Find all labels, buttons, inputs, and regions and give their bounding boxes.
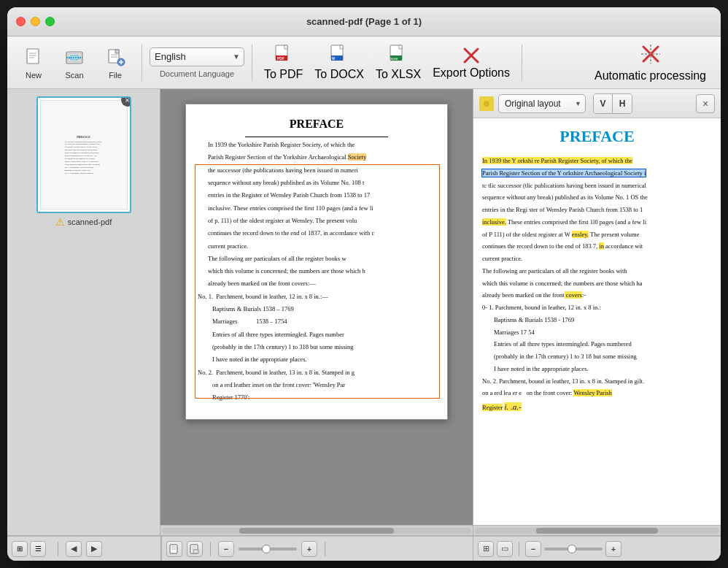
doc-h-scrollbar[interactable] — [160, 525, 473, 535]
zoom-out-button[interactable]: − — [218, 541, 234, 557]
warning-icon: ⚠ — [55, 216, 65, 228]
document-area: PREFACE In 1939 the Yorkshire Parish Reg… — [160, 89, 473, 535]
v-button[interactable]: V — [594, 94, 613, 113]
export-options-button[interactable]: Export Options — [428, 42, 514, 84]
svg-rect-37 — [193, 550, 198, 553]
ocr-line-16: Entries of all three types intermingled.… — [482, 339, 712, 349]
right-view-toggle-2[interactable]: ▭ — [497, 541, 513, 557]
doc-title: PREFACE — [198, 118, 435, 131]
window-title: scanned-pdf (Page 1 of 1) — [306, 16, 422, 27]
divider — [325, 542, 325, 556]
right-panel-close-button[interactable]: × — [696, 94, 715, 113]
right-panel-heading: PREFACE — [482, 127, 712, 146]
auto-processing-label: Automatic processing — [595, 69, 706, 82]
doc-para-9: current practice. — [198, 242, 435, 250]
grid-view-button[interactable]: ⊞ — [12, 541, 28, 557]
ocr-line-11: which this volume is concerned; the numb… — [482, 279, 712, 288]
view-toggle-group: ⊞ ☰ — [12, 541, 46, 557]
right-panel-bottom-bar: ⊞ ▭ − + — [473, 536, 721, 561]
language-select[interactable]: English French German Spanish — [150, 47, 244, 66]
export-options-label: Export Options — [433, 66, 510, 80]
close-icon: × — [702, 98, 708, 110]
right-scrollbar-thumb[interactable] — [536, 528, 659, 534]
app-window: scanned-pdf (Page 1 of 1) New — [7, 7, 721, 561]
new-icon — [22, 46, 45, 69]
svg-point-30 — [484, 101, 489, 107]
maximize-window-button[interactable] — [45, 17, 55, 26]
thumbnail-label: scanned-pdf — [68, 218, 112, 226]
ocr-text-area: In 1939 the Y orkshi re Parish Register … — [482, 156, 712, 413]
layout-select[interactable]: Original layout Plain text Formatted tex… — [498, 94, 586, 113]
ocr-line-12: already been marked on the front covers:… — [482, 291, 712, 300]
ocr-line-15: Marriages 17 54 — [482, 328, 712, 337]
thumbnail-image: PREFACE In 1939 the Yorkshire Parish Reg… — [40, 100, 128, 210]
ocr-highlight-3: inclusive. — [482, 218, 506, 226]
right-panel-content[interactable]: PREFACE In 1939 the Y orkshi re Parish R… — [473, 118, 721, 525]
scan-button[interactable]: Scan — [55, 42, 93, 84]
doc-scrollbar-thumb[interactable] — [239, 528, 394, 534]
ocr-line-17: (probably in the 17th century) 1 to 3 18… — [482, 352, 712, 361]
file-icon — [104, 46, 127, 69]
zoom-slider[interactable] — [239, 548, 297, 550]
doc-para-15: Marriages 1538 – 1754 — [198, 317, 435, 326]
ocr-highlight-2: Parish Register Section of the Y orkshir… — [482, 169, 646, 177]
auto-processing-icon — [640, 43, 662, 68]
ocr-line-19: No. 2. Parchment, bound in leather, 13 i… — [482, 377, 712, 386]
right-scrollbar-track — [475, 528, 719, 534]
doc-page: PREFACE In 1939 the Yorkshire Parish Reg… — [185, 104, 448, 420]
to-pdf-icon-row: PDF — [274, 45, 293, 66]
svg-text:XLSX: XLSX — [390, 57, 398, 61]
sidebar-bottom-bar: ⊞ ☰ ◀ ▶ — [7, 536, 160, 561]
file-label: File — [109, 71, 122, 80]
h-button[interactable]: H — [613, 94, 632, 113]
doc-para-7: of p. 111) of the oldest register at Wen… — [198, 216, 435, 225]
right-view-toggle-1[interactable]: ⊞ — [478, 541, 494, 557]
close-window-button[interactable] — [16, 17, 26, 26]
new-label: New — [26, 71, 42, 80]
sidebar: × PREFACE In 1939 the Yorkshire Parish R… — [7, 89, 160, 535]
minimize-window-button[interactable] — [31, 17, 40, 26]
titlebar: scanned-pdf (Page 1 of 1) — [7, 7, 721, 37]
page-icon-button-2[interactable] — [187, 541, 203, 557]
ocr-line-14: Baptisms & Burials 1538 - 1769 — [482, 315, 712, 325]
sidebar-scroll-left[interactable]: ◀ — [66, 541, 82, 557]
zoom-in-button[interactable]: + — [301, 541, 317, 557]
layout-color-icon — [479, 96, 494, 111]
doc-para-20: on a red leather inset on the front cove… — [198, 380, 435, 389]
doc-para-16: Entries of all three types intermingled.… — [198, 330, 435, 339]
doc-scroll-area[interactable]: PREFACE In 1939 the Yorkshire Parish Reg… — [160, 89, 473, 525]
doc-bottom-bar: − + — [160, 536, 473, 561]
to-xlsx-button[interactable]: XLSX To XLSX — [371, 42, 425, 84]
doc-para-6: inclusive. These entries comprised the f… — [198, 204, 435, 212]
ocr-line-6: inclusive. These entries comprised the f… — [482, 218, 712, 227]
file-button[interactable]: File — [96, 42, 134, 84]
svg-text:PDF: PDF — [277, 56, 284, 61]
thumbnail-item[interactable]: × PREFACE In 1939 the Yorkshire Parish R… — [7, 89, 160, 235]
doc-para-14: Baptisms & Burials 1538 – 1769 — [198, 304, 435, 313]
ocr-line-10: The following are particulars of all the… — [482, 266, 712, 276]
doc-para-2: Parish Register Section of the Yorkshire… — [198, 153, 435, 161]
new-button[interactable]: New — [15, 42, 53, 84]
doc-para-10: The following are particulars of all the… — [198, 254, 435, 263]
to-pdf-button[interactable]: PDF To PDF — [260, 42, 307, 84]
thumbnail-label-row: ⚠ scanned-pdf — [55, 216, 112, 228]
doc-para-4: sequence without any break) published as… — [198, 178, 435, 187]
doc-body: In 1939 the Yorkshire Parish Register So… — [198, 140, 435, 402]
doc-para-18: I have noted in the appropriate places. — [198, 355, 435, 364]
right-zoom-out-button[interactable]: − — [525, 541, 541, 557]
vh-button-group: V H — [593, 93, 632, 114]
right-zoom-in-button[interactable]: + — [605, 541, 621, 557]
ocr-line-7: of P 111) of the oldest register at W en… — [482, 230, 712, 239]
right-panel-h-scrollbar[interactable] — [473, 525, 721, 535]
page-icon-button-1[interactable] — [166, 541, 182, 557]
right-zoom-slider[interactable] — [544, 548, 603, 550]
auto-processing-button[interactable]: Automatic processing — [587, 42, 713, 84]
list-view-button[interactable]: ☰ — [30, 541, 46, 557]
to-docx-button[interactable]: W To DOCX — [310, 42, 368, 84]
layout-select-wrapper: Original layout Plain text Formatted tex… — [498, 94, 586, 113]
doc-divider — [245, 137, 388, 137]
sidebar-scroll-right[interactable]: ▶ — [86, 541, 102, 557]
doc-para-5: entries in the Register of Wensley Paris… — [198, 191, 435, 199]
doc-para-21: Register 1770': — [198, 393, 435, 402]
doc-scrollbar-track — [162, 528, 471, 534]
